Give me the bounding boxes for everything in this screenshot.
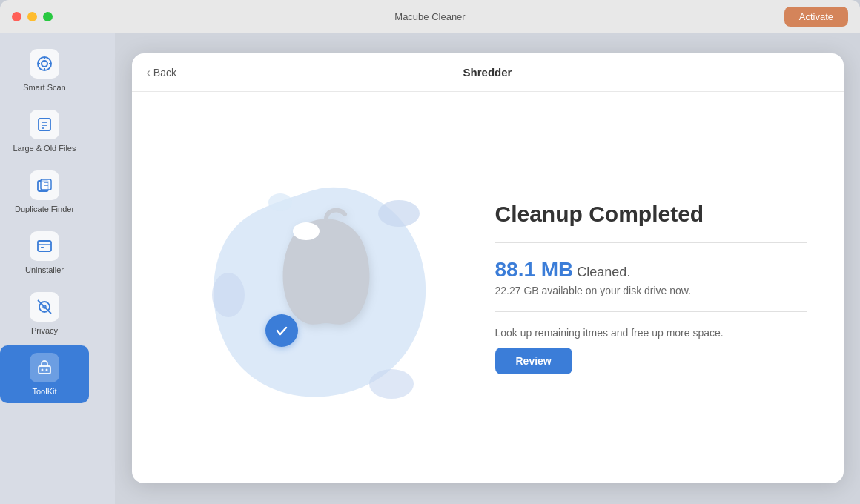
back-chevron-icon: ‹ (147, 66, 150, 79)
svg-point-25 (369, 369, 414, 399)
cleaned-label: Cleaned. (573, 265, 630, 279)
privacy-icon (30, 292, 59, 322)
sidebar-item-uninstaller[interactable]: Uninstaller (0, 224, 89, 282)
duplicate-icon (30, 170, 59, 200)
sidebar-item-wrapper-privacy: Privacy (0, 285, 115, 342)
review-section: Look up remaining itmes and free up more… (495, 327, 807, 374)
uninstaller-icon (30, 231, 59, 261)
activate-button[interactable]: Activate (784, 7, 848, 27)
sidebar-item-toolkit[interactable]: ToolKit (0, 345, 89, 403)
sidebar-item-duplicate[interactable]: Duplicate Finder (0, 163, 89, 221)
modal-title: Shredder (463, 66, 512, 79)
sidebar: Smart Scan Large & Old Files (0, 33, 115, 504)
smart-scan-label: Smart Scan (23, 83, 65, 92)
review-button[interactable]: Review (495, 348, 572, 374)
toolkit-label: ToolKit (32, 387, 56, 396)
sidebar-item-wrapper-uninstaller: Uninstaller (0, 224, 115, 282)
back-label: Back (153, 67, 176, 79)
cleaned-section: 88.1 MB Cleaned. 22.27 GB available on y… (495, 258, 807, 296)
sidebar-item-large-old[interactable]: Large & Old Files (0, 102, 89, 160)
divider-top (495, 242, 807, 243)
sidebar-item-wrapper-duplicate: Duplicate Finder (0, 163, 115, 221)
svg-point-1 (42, 61, 47, 67)
toolkit-icon (30, 353, 59, 382)
cleanup-title: Cleanup Completed (495, 201, 807, 228)
smart-scan-icon (30, 49, 59, 79)
svg-rect-16 (41, 247, 44, 248)
svg-rect-20 (39, 366, 50, 374)
duplicate-label: Duplicate Finder (15, 205, 74, 213)
main-content: ‹ Back Shredder (115, 33, 860, 504)
checkmark-icon (274, 322, 290, 339)
disk-available: 22.27 GB available on your disk drive no… (495, 285, 807, 296)
traffic-lights (12, 12, 53, 21)
illustration (169, 147, 451, 428)
svg-point-21 (42, 369, 44, 371)
back-button[interactable]: ‹ Back (147, 66, 176, 79)
maximize-button[interactable] (43, 12, 53, 21)
minimize-button[interactable] (27, 12, 37, 21)
apple-icon-svg (271, 203, 382, 329)
active-indicator (0, 356, 3, 393)
svg-point-22 (46, 369, 48, 371)
sidebar-item-smart-scan[interactable]: Smart Scan (0, 42, 89, 99)
svg-point-27 (293, 222, 320, 240)
review-hint: Look up remaining itmes and free up more… (495, 327, 807, 339)
cleaned-amount: 88.1 MB (495, 258, 574, 281)
large-old-icon (30, 110, 59, 139)
divider-bottom (495, 311, 807, 312)
info-panel: Cleanup Completed 88.1 MB Cleaned. 22.27… (495, 201, 807, 374)
sidebar-item-wrapper-toolkit: ToolKit (0, 345, 115, 403)
svg-rect-14 (38, 241, 51, 251)
svg-rect-11 (41, 179, 51, 190)
sidebar-item-wrapper-smart-scan: Smart Scan (0, 42, 115, 99)
title-bar: Macube Cleaner Activate (0, 0, 860, 33)
modal-card: ‹ Back Shredder (132, 53, 844, 483)
modal-body: Cleanup Completed 88.1 MB Cleaned. 22.27… (132, 92, 844, 483)
large-old-label: Large & Old Files (13, 144, 76, 153)
sidebar-item-wrapper-large-old: Large & Old Files (0, 102, 115, 160)
svg-point-24 (212, 273, 245, 317)
app-title: Macube Cleaner (394, 11, 465, 22)
uninstaller-label: Uninstaller (25, 265, 64, 274)
svg-point-23 (378, 200, 420, 227)
check-badge (265, 314, 298, 347)
app-body: Smart Scan Large & Old Files (0, 33, 860, 504)
sidebar-item-privacy[interactable]: Privacy (0, 285, 89, 342)
modal-header: ‹ Back Shredder (132, 53, 844, 92)
close-button[interactable] (12, 12, 22, 21)
privacy-label: Privacy (31, 326, 58, 335)
